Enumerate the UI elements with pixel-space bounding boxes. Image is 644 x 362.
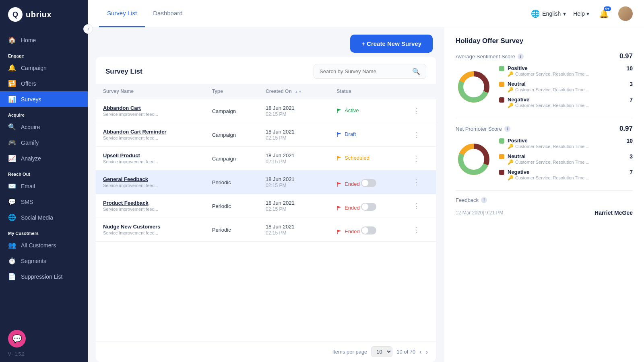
cell-status: Ended [329,218,405,242]
table-row[interactable]: Abbandon Cart Reminder Service improveme… [96,123,436,147]
right-panel: Holiday Offer Survey Average Sentiment S… [444,27,644,362]
legend-item: Positive 🔑 Customer Service, Resolution … [499,138,633,149]
page-next-button[interactable]: › [426,348,428,356]
surveys-icon: 📊 [8,95,16,103]
more-options-button[interactable]: ⋮ [413,107,420,115]
page-prev-button[interactable]: ‹ [419,348,421,356]
survey-name-link[interactable]: Upsell Product [103,152,198,158]
more-options-button[interactable]: ⋮ [413,202,420,210]
cell-type: Campaign [205,99,258,123]
logo-icon: Q [8,7,23,22]
feedback-item: 12 Mar 2020| 9:21 PM Harriet McGee [456,206,633,219]
legend-label: Negative [508,97,626,103]
status-badge: Ended [336,205,360,211]
sidebar-item-social[interactable]: 🌐 Social Media [0,210,88,225]
survey-name-link[interactable]: Product Feedback [103,200,198,206]
svg-marker-10 [337,230,341,232]
chat-button[interactable]: 💬 [8,330,26,348]
sidebar-item-offers[interactable]: 🔁 Offers [0,76,88,91]
acquire-icon: 🔍 [8,123,16,131]
cell-created: 18 Jun 202102:15 PM [258,194,329,218]
legend-dot [499,154,504,159]
info-icon: i [518,53,524,60]
sidebar-item-allcustomers[interactable]: 👥 All Customers [0,237,88,253]
survey-name-link[interactable]: General Feedback [103,176,198,182]
legend-sub: 🔑 Customer Service, Resolution Time ... [508,144,623,149]
sidebar-item-email[interactable]: ✉️ Email [0,178,88,194]
cell-more: ⋮ [405,123,436,147]
more-options-button[interactable]: ⋮ [413,130,420,139]
legend-dot [499,138,504,144]
sidebar-item-label: Acquire [21,124,40,130]
sidebar-item-label: Campaign [21,65,47,71]
analyze-icon: 📈 [8,154,16,162]
tab-survey-list[interactable]: Survey List [99,0,145,27]
survey-name-link[interactable]: Nudge New Customers [103,224,198,230]
legend-label-wrap: Negative 🔑 Customer Service, Resolution … [508,97,626,108]
legend-dot [499,66,504,71]
legend-sub: 🔑 Customer Service, Resolution Time ... [508,159,626,165]
sidebar-item-surveys[interactable]: 📊 Surveys [0,91,88,107]
nps-legend: Positive 🔑 Customer Service, Resolution … [499,138,633,181]
more-options-button[interactable]: ⋮ [413,225,420,234]
table-row[interactable]: Product Feedback Service improvement fee… [96,194,436,218]
table-row[interactable]: Nudge New Customers Service improvement … [96,218,436,242]
search-input[interactable] [320,68,409,74]
legend-item: Neutral 🔑 Customer Service, Resolution T… [499,153,633,165]
cell-created: 18 Jun 202102:15 PM [258,123,329,147]
cell-created: 18 Jun 202102:15 PM [258,218,329,242]
legend-label: Negative [508,169,626,175]
col-header-type: Type [205,84,258,99]
sidebar-item-label: Analyze [21,155,41,162]
sidebar-item-label: Surveys [21,96,41,103]
legend-sub: 🔑 Customer Service, Resolution Time ... [508,103,626,108]
net-promoter-section: Net Promoter Score i 0.97 [456,125,633,181]
pagination-bar: Items per page 10 20 50 10 of 70 ‹ › [96,341,436,362]
status-badge: Draft [336,131,356,137]
cell-type: Periodic [205,194,258,218]
svg-marker-2 [337,132,341,135]
toggle-switch[interactable] [361,203,376,211]
sidebar-item-analyze[interactable]: 📈 Analyze [0,150,88,166]
create-survey-button[interactable]: + Create New Survey [350,35,433,53]
legend-count: 3 [630,153,633,160]
avg-sentiment-legend: Positive 🔑 Customer Service, Resolution … [499,65,633,108]
sidebar-item-suppression[interactable]: 📄 Suppression List [0,269,88,284]
cell-type: Periodic [205,218,258,242]
sms-icon: 💬 [8,198,16,206]
version-label: V · 1.5.2 [8,352,80,356]
cell-more: ⋮ [405,171,436,194]
notification-button[interactable]: 🔔 9+ [597,6,611,21]
table-row[interactable]: General Feedback Service improvement fee… [96,171,436,194]
language-selector[interactable]: 🌐 English ▾ [531,9,566,18]
page-size-select[interactable]: 10 20 50 [371,346,392,357]
sidebar-item-home[interactable]: 🏠 Home [0,32,88,48]
search-box[interactable]: 🔍 [314,64,426,79]
topbar-tabs: Survey List Dashboard [99,0,531,27]
divider [456,118,633,118]
survey-name-link[interactable]: Abbandon Cart [103,105,198,111]
survey-list-top: Survey List 🔍 [96,57,436,84]
tab-dashboard[interactable]: Dashboard [145,0,190,27]
user-avatar[interactable] [618,6,633,21]
survey-name-link[interactable]: Abbandon Cart Reminder [103,129,198,135]
legend-count: 3 [630,81,633,87]
table-row[interactable]: Upsell Product Service improvement feed.… [96,147,436,171]
help-button[interactable]: Help ▾ [573,10,589,17]
table-row[interactable]: Abbandon Cart Service improvement feed..… [96,99,436,123]
home-icon: 🏠 [8,36,16,44]
more-options-button[interactable]: ⋮ [413,154,420,163]
toggle-switch[interactable] [361,179,376,187]
toggle-switch[interactable] [361,226,376,234]
sidebar-item-acquire[interactable]: 🔍 Acquire [0,119,88,135]
logo-text: ubriux [26,10,52,19]
sidebar-item-campaign[interactable]: 🔔 Campaign [0,60,88,76]
nps-header: Net Promoter Score i 0.97 [456,125,633,133]
sidebar-item-segments[interactable]: ⏱️ Segments [0,253,88,269]
col-header-created[interactable]: Created On ▲▼ [258,84,329,99]
legend-label: Neutral [508,81,626,87]
more-options-button[interactable]: ⋮ [413,178,420,187]
sidebar-item-sms[interactable]: 💬 SMS [0,194,88,210]
nps-body: Positive 🔑 Customer Service, Resolution … [456,138,633,181]
sidebar-item-gamify[interactable]: 🎮 Gamify [0,135,88,150]
